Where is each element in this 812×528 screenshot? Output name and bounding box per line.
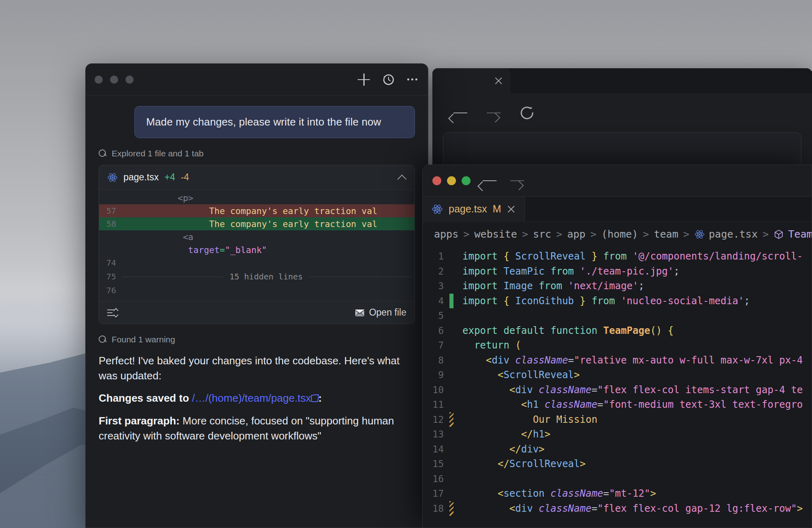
diff-line: 76 [99,284,415,297]
code-line: 15 </ScrollReveal> [423,457,812,472]
plus-icon[interactable] [358,74,370,86]
trace-warning-row[interactable]: Found 1 warning [99,335,415,344]
forward-arrow-icon[interactable] [509,172,526,189]
close-button[interactable] [432,176,441,185]
diff-card[interactable]: page.tsx +4 -4 <p>57 The company's early… [99,165,415,324]
react-file-icon [107,172,118,183]
code-line: 17 <section className="mt-12"> [423,486,812,501]
line-number: 3 [423,281,449,291]
browser-tabstrip [432,68,812,93]
breadcrumb-item[interactable]: app [567,228,585,240]
minimize-button[interactable] [110,76,118,84]
breadcrumb-item[interactable]: page.tsx [709,228,758,240]
window-controls[interactable] [432,176,471,185]
code-line-source: </ScrollReveal> [454,458,812,470]
diff-line: <p> [99,191,415,204]
breadcrumb-item[interactable]: TeamPage [788,228,812,240]
diff-line-code: <p> [122,193,415,203]
gutter-change-marker [449,383,454,398]
reload-icon[interactable] [518,104,536,121]
expand-lines-icon[interactable] [107,307,118,318]
code-line: 16 [423,472,812,487]
chevron-up-icon[interactable] [397,173,406,182]
code-line: 7 return ( [423,338,812,353]
line-number: 75 [99,272,122,281]
diff-line-code: The company's early traction val [122,206,415,216]
gutter-change-marker [449,397,454,412]
code-editor-window[interactable]: page.tsx M apps>website>src>app>(home)>t… [422,164,812,528]
diff-line-code: target="_blank" [122,245,415,255]
trace-explored-row[interactable]: Explored 1 file and 1 tab [99,149,415,158]
code-line: 14 </div> [423,442,812,457]
browser-tab[interactable] [432,68,510,93]
open-file-icon [355,308,365,317]
diff-hidden-lines-row[interactable]: 7515 hidden lines [99,269,415,284]
minimize-button[interactable] [447,176,456,185]
code-line: 2import TeamPic from './team-pic.jpg'; [423,264,812,279]
assistant-first-paragraph: First paragraph: More concise, focused o… [99,413,415,444]
react-file-icon [694,229,705,240]
diff-line: <a [99,230,415,243]
line-number: 18 [423,503,449,514]
line-number: 57 [99,206,122,216]
maximize-button[interactable] [125,76,134,84]
assistant-saved-line: Changes saved to /…/(home)/team/page.tsx… [99,391,415,406]
breadcrumb-separator: > [682,228,690,240]
code-line-source: import { IconGithub } from 'nucleo-socia… [454,295,812,307]
breadcrumb-item[interactable]: website [474,228,517,240]
line-number: 13 [423,429,449,439]
code-line-source: <div className="relative mx-auto w-full … [454,355,812,366]
code-line-source: </h1> [454,428,812,440]
diff-deletions: -4 [181,172,189,183]
line-number: 74 [99,258,122,268]
diff-line-code: <a [122,232,415,242]
gutter-change-marker [449,323,454,338]
gutter-change-marker [449,249,454,264]
breadcrumb-separator: > [762,228,769,240]
code-line-source: <ScrollReveal> [454,369,812,381]
breadcrumb-item[interactable]: src [533,228,551,240]
more-options-icon[interactable] [407,78,417,80]
diff-line-code: The company's early traction val [122,219,415,229]
code-line: 1import { ScrollReveal } from '@/compone… [423,249,812,264]
back-arrow-icon[interactable] [481,172,498,189]
gutter-change-marker [449,457,454,472]
gutter-change-marker [449,472,454,487]
line-number: 2 [423,266,449,277]
diff-card-header[interactable]: page.tsx +4 -4 [99,165,415,190]
code-line-source: <div className="flex flex-col items-star… [454,384,812,396]
code-line: 3import Image from 'next/image'; [423,279,812,294]
window-controls[interactable] [95,76,134,84]
line-number: 76 [99,286,122,295]
line-number: 1 [423,251,449,262]
hidden-lines-label: 15 hidden lines [229,272,303,281]
maximize-button[interactable] [462,176,471,185]
breadcrumb-item[interactable]: team [654,228,678,240]
code-line-source: export default function TeamPage() { [454,325,812,336]
code-editor-content[interactable]: 1import { ScrollReveal } from '@/compone… [423,247,812,523]
line-number: 15 [423,459,449,469]
breadcrumb-item[interactable]: (home) [601,228,638,240]
line-number: 10 [423,385,449,395]
forward-arrow-icon[interactable] [485,104,502,121]
open-file-label: Open file [369,307,406,318]
gutter-change-marker [449,442,454,457]
open-file-button[interactable]: Open file [355,307,406,318]
gutter-change-marker [449,279,454,294]
editor-tab-page-tsx[interactable]: page.tsx M [423,197,525,221]
diff-line: 58 The company's early traction val [99,217,415,230]
history-icon[interactable] [382,73,395,86]
breadcrumb[interactable]: apps>website>src>app>(home)>team>page.ts… [423,222,812,247]
saved-path-link[interactable]: /…/(home)/team/page.tsx [192,392,311,404]
editor-tab-modified-badge: M [493,203,501,215]
breadcrumb-item[interactable]: apps [434,228,458,240]
external-link-icon[interactable] [311,395,318,402]
close-icon[interactable] [494,76,503,85]
close-button[interactable] [95,76,103,84]
back-arrow-icon[interactable] [452,104,469,121]
agent-chat-window[interactable]: Made my changes, please write it into th… [85,63,428,528]
editor-tabbar: page.tsx M [423,197,812,222]
editor-tab-filename: page.tsx [449,203,487,215]
close-icon[interactable] [507,205,516,214]
cube-symbol-icon [773,229,784,240]
